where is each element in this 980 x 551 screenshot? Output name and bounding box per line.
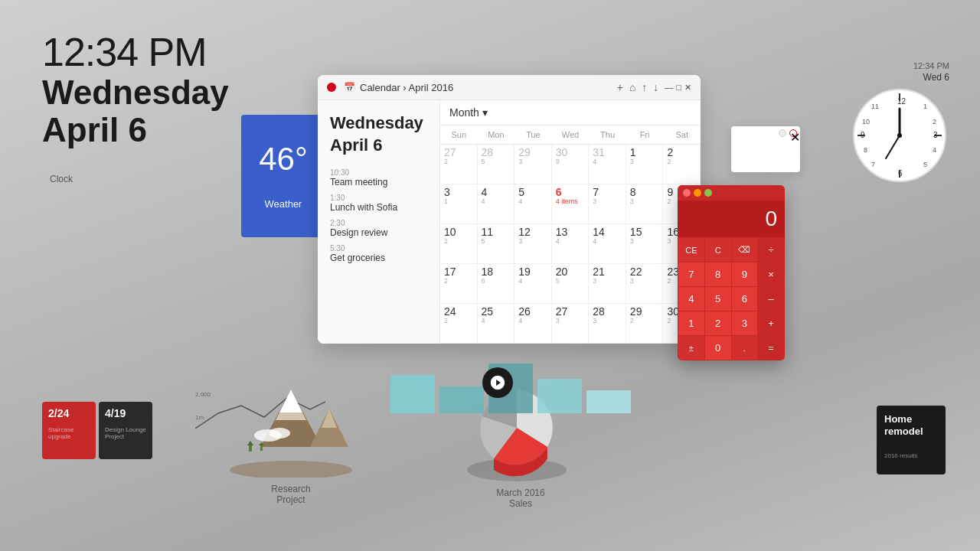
calendar-body: Wednesday April 6 10:30Team meeting1:30L… (318, 100, 701, 344)
calc-button-[interactable]: ± (678, 336, 704, 360)
calendar-cell[interactable]: 134 (552, 224, 590, 264)
calendar-cell[interactable]: 242 (440, 304, 478, 344)
cell-sub: 4 (518, 317, 547, 324)
calendar-cell[interactable]: 285 (478, 145, 515, 184)
cell-number: 22 (630, 266, 659, 277)
minimize-button[interactable]: — (665, 83, 673, 92)
cell-sub: 6 (482, 277, 511, 285)
cell-sub: 2 (444, 317, 473, 324)
cell-number: 28 (482, 147, 511, 158)
calc-button-9[interactable]: 9 (732, 262, 758, 286)
calendar-cell[interactable]: 254 (478, 304, 515, 344)
calendar-cell[interactable]: 123 (514, 224, 552, 264)
calc-minimize-button[interactable] (694, 189, 701, 197)
calc-button-[interactable]: + (758, 311, 784, 335)
cell-sub: 2 (444, 277, 473, 285)
cell-number: 29 (518, 147, 547, 158)
calendar-cell[interactable]: 292 (626, 304, 664, 344)
calc-button-2[interactable]: 2 (705, 311, 731, 335)
calc-button-[interactable]: . (732, 336, 758, 360)
mountain-widget: ResearchProject (222, 378, 360, 505)
calc-button-[interactable]: ⌫ (732, 238, 758, 262)
close-button-2[interactable]: ✕ (684, 83, 691, 93)
mountain-svg (222, 378, 360, 478)
calc-button-8[interactable]: 8 (705, 262, 731, 286)
calc-button-6[interactable]: 6 (732, 287, 758, 311)
cell-sub: 3 (630, 277, 659, 285)
prev-month-icon[interactable]: ↑ (642, 81, 647, 93)
calendar-cell[interactable]: 205 (552, 264, 590, 304)
calendar-cell[interactable]: 44 (478, 184, 515, 224)
calc-button-[interactable]: = (758, 336, 784, 360)
event-name: Lunch with Sofia (330, 202, 427, 213)
calc-button-7[interactable]: 7 (678, 262, 704, 286)
calendar-cell[interactable]: 264 (514, 304, 552, 344)
day-name: Mon (478, 129, 515, 141)
home-card-title: Home remodel (884, 413, 938, 437)
calendar-cell[interactable]: 172 (440, 264, 478, 304)
cell-sub: 4 (556, 237, 585, 245)
note-card-2-date: 4/19 (105, 408, 146, 419)
calc-button-[interactable]: × (758, 262, 784, 286)
calendar-cell[interactable]: 293 (514, 145, 552, 184)
calc-button-[interactable]: – (758, 287, 784, 311)
calendar-cell[interactable]: 194 (514, 264, 552, 304)
calc-button-3[interactable]: 3 (732, 311, 758, 335)
calendar-cell[interactable]: 73 (589, 184, 626, 224)
calendar-cell[interactable]: 144 (589, 224, 626, 264)
desktop-day: Wednesday (42, 74, 229, 111)
cell-sub: 2 (667, 158, 696, 165)
calendar-cell[interactable]: 272 (440, 145, 478, 184)
calc-button-5[interactable]: 5 (705, 287, 731, 311)
note-card-1-date: 2/24 (48, 408, 90, 419)
cell-sub: 5 (482, 237, 511, 245)
calendar-cell[interactable]: 186 (478, 264, 515, 304)
next-month-icon[interactable]: ↓ (653, 81, 658, 93)
calendar-cell[interactable]: 115 (478, 224, 515, 264)
calendar-cell[interactable]: 22 (663, 145, 701, 184)
calendar-event: 1:30Lunch with Sofia (330, 194, 427, 213)
svg-text:8: 8 (864, 146, 867, 154)
calendar-cell[interactable]: 54 (514, 184, 552, 224)
calc-close-button[interactable] (683, 189, 691, 197)
calendar-cell[interactable]: 102 (440, 224, 478, 264)
note-card-2[interactable]: 4/19 Design Lounge Project (99, 402, 152, 459)
analog-time-label: 12:34 PM (850, 61, 949, 70)
maximize-button[interactable]: □ (676, 83, 681, 92)
calendar-cell[interactable]: 309 (552, 145, 590, 184)
center-icon[interactable] (482, 367, 513, 398)
cell-number: 7 (593, 187, 622, 197)
note-card-1[interactable]: 2/24 Staircase upgrade (42, 402, 96, 459)
calendar-cell[interactable]: 13 (626, 145, 664, 184)
calc-button-C[interactable]: C (705, 238, 731, 262)
cell-number: 20 (556, 266, 585, 277)
svg-text:2.000: 2.000 (195, 391, 211, 398)
add-event-icon[interactable]: + (617, 81, 623, 93)
calendar-cell[interactable]: 83 (626, 184, 664, 224)
calendar-cell[interactable]: 273 (552, 304, 590, 344)
calendar-cell[interactable]: 223 (626, 264, 664, 304)
calculator-buttons: CEC⌫÷789×456–123+±0.= (678, 237, 785, 360)
cell-number: 15 (630, 227, 659, 237)
home-remodel-card[interactable]: Home remodel 2016 results (877, 406, 946, 474)
calendar-cell[interactable]: 314 (589, 145, 626, 184)
calc-button-[interactable]: ÷ (758, 238, 784, 262)
calc-button-0[interactable]: 0 (705, 336, 731, 360)
calc-button-1[interactable]: 1 (678, 311, 704, 335)
small-close-button[interactable]: ✕ (789, 129, 797, 137)
month-selector[interactable]: Month ▾ (449, 106, 491, 119)
weather-widget[interactable]: 46° Weather (241, 115, 325, 237)
calc-button-CE[interactable]: CE (678, 238, 704, 262)
calc-maximize-button[interactable] (704, 189, 712, 197)
calc-button-4[interactable]: 4 (678, 287, 704, 311)
close-button[interactable] (327, 83, 336, 92)
event-name: Team meeting (330, 177, 427, 187)
calendar-cell[interactable]: 31 (440, 184, 478, 224)
small-win-btn-1[interactable] (779, 129, 786, 137)
calendar-cell[interactable]: 64 items (552, 184, 590, 224)
calendar-cell[interactable]: 213 (589, 264, 626, 304)
calendar-cell[interactable]: 283 (589, 304, 626, 344)
calendar-cell[interactable]: 153 (626, 224, 664, 264)
cell-number: 21 (593, 266, 622, 277)
calendar-search-icon[interactable]: ⌂ (629, 81, 635, 93)
